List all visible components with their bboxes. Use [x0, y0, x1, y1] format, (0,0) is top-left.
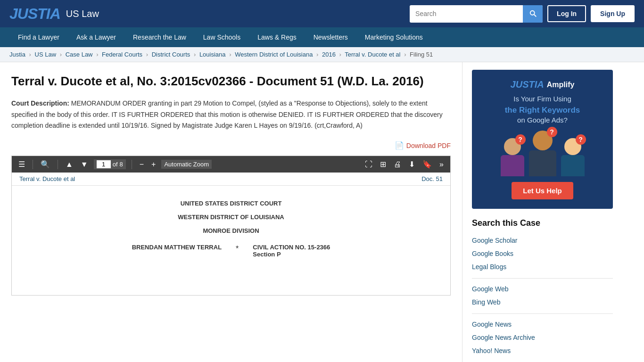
breadcrumb-western-district[interactable]: Western District of Louisiana — [235, 51, 313, 58]
search-google-news-archive[interactable]: Google News Archive — [472, 331, 613, 344]
pdf-court-line2: WESTERN DISTRICT OF LOUISIANA — [40, 214, 422, 221]
ad-banner: JUSTIA Amplify Is Your Firm Using the Ri… — [472, 70, 613, 209]
main-layout: Terral v. Ducote et al, No. 3:2015cv0236… — [0, 62, 644, 362]
breadcrumb: Justia › US Law › Case Law › Federal Cou… — [0, 47, 644, 62]
pdf-doc-content: UNITED STATES DISTRICT COURT WESTERN DIS… — [12, 186, 450, 272]
pdf-doc-num: Doc. 51 — [421, 175, 443, 182]
content-area: Terral v. Ducote et al, No. 3:2015cv0236… — [0, 62, 462, 362]
pdf-case-info: CIVIL ACTION NO. 15-2366 Section P — [253, 244, 330, 258]
pdf-page-input[interactable] — [97, 160, 111, 168]
nav-laws-regs[interactable]: Laws & Regs — [249, 27, 305, 47]
nav-find-lawyer[interactable]: Find a Lawyer — [9, 27, 68, 47]
signup-button[interactable]: Sign Up — [591, 5, 635, 22]
pdf-content: Terral v. Ducote et al Doc. 51 UNITED ST… — [12, 173, 450, 295]
breadcrumb-current: Filing 51 — [410, 51, 433, 58]
nav-newsletters[interactable]: Newsletters — [305, 27, 356, 47]
case-title: Terral v. Ducote et al, No. 3:2015cv0236… — [11, 74, 451, 90]
pdf-bookmark-btn[interactable]: 🔖 — [421, 159, 434, 170]
search-case-group2: Google Web Bing Web — [472, 282, 613, 309]
header: JUSTIA US Law Log In Sign Up — [0, 0, 644, 27]
logo-justia[interactable]: JUSTIA — [9, 5, 60, 23]
search-google-books[interactable]: Google Books — [472, 247, 613, 260]
main-nav: Find a Lawyer Ask a Lawyer Research the … — [0, 27, 644, 47]
header-right: Log In Sign Up — [410, 5, 635, 23]
breadcrumb-year[interactable]: 2016 — [322, 51, 336, 58]
pdf-party-name: BRENDAN MATTHEW TERRAL — [132, 244, 222, 251]
search-bing-web[interactable]: Bing Web — [472, 296, 613, 309]
pdf-court-line3: MONROE DIVISION — [40, 227, 422, 234]
search-case-divider2 — [472, 313, 613, 314]
ad-person3: ? — [561, 138, 585, 176]
pdf-sidebar-btn[interactable]: ☰ — [17, 159, 27, 170]
question-bubble1: ? — [515, 134, 526, 145]
download-pdf-label: Download PDF — [406, 142, 451, 149]
pdf-court-line1: UNITED STATES DISTRICT COURT — [40, 200, 422, 207]
pdf-more-btn[interactable]: » — [438, 159, 446, 170]
search-input[interactable] — [410, 6, 523, 21]
search-google-web[interactable]: Google Web — [472, 282, 613, 296]
ad-highlight-text: the Right Keywords — [479, 106, 605, 115]
breadcrumb-justia[interactable]: Justia — [9, 51, 25, 58]
pdf-case-star: * — [236, 244, 239, 253]
pdf-zoom-select[interactable]: Automatic Zoom — [161, 160, 212, 169]
pdf-fullscreen-btn[interactable]: ⛶ — [363, 159, 374, 170]
pdf-civil-action: CIVIL ACTION NO. 15-2366 — [253, 244, 330, 251]
pdf-page-info: of 8 — [94, 159, 126, 169]
pdf-prev-btn[interactable]: ▲ — [64, 159, 75, 170]
ad-question2: on Google Ads? — [479, 115, 605, 125]
ad-illustration: ? ? ? — [479, 131, 605, 176]
pdf-page-total: 8 — [120, 161, 123, 168]
breadcrumb-caselaw[interactable]: Case Law — [66, 51, 93, 58]
breadcrumb-case[interactable]: Terral v. Ducote et al — [345, 51, 400, 58]
sidebar: JUSTIA Amplify Is Your Firm Using the Ri… — [462, 62, 622, 362]
ad-person1: ? — [501, 138, 524, 176]
nav-marketing-solutions[interactable]: Marketing Solutions — [356, 27, 431, 47]
search-yahoo-news[interactable]: Yahoo! News — [472, 344, 613, 357]
pdf-search-btn[interactable]: 🔍 — [39, 159, 52, 170]
search-legal-blogs[interactable]: Legal Blogs — [472, 260, 613, 273]
pdf-viewer: ☰ 🔍 ▲ ▼ of 8 − + Automatic Zoom ⛶ — [11, 156, 451, 296]
nav-law-schools[interactable]: Law Schools — [195, 27, 249, 47]
ad-amplify-text: Amplify — [547, 81, 575, 89]
breadcrumb-louisiana[interactable]: Louisiana — [199, 51, 226, 58]
ad-justia-text: JUSTIA — [511, 79, 544, 90]
search-case-section: Search this Case Google Scholar Google B… — [472, 218, 613, 357]
court-description: Court Description: MEMORANDUM ORDER gran… — [11, 98, 451, 132]
nav-research-law[interactable]: Research the Law — [124, 27, 195, 47]
search-google-scholar[interactable]: Google Scholar — [472, 234, 613, 247]
download-pdf-area: 📄 Download PDF — [11, 141, 451, 150]
search-button[interactable] — [523, 5, 543, 23]
pdf-spread-btn[interactable]: ⊞ — [378, 159, 388, 170]
pdf-zoom-in-btn[interactable]: + — [149, 159, 157, 170]
logo-area: JUSTIA US Law — [9, 5, 99, 23]
search-box — [410, 5, 543, 23]
search-case-group3: Google News Google News Archive Yahoo! N… — [472, 318, 613, 357]
nav-ask-lawyer[interactable]: Ask a Lawyer — [68, 27, 124, 47]
court-desc-text: MEMORANDUM ORDER granting in part 29 Mot… — [11, 99, 443, 130]
breadcrumb-uslaw[interactable]: US Law — [35, 51, 57, 58]
pdf-page-of: of — [113, 161, 118, 168]
pdf-header-bar: Terral v. Ducote et al Doc. 51 — [12, 173, 450, 186]
pdf-print-btn[interactable]: 🖨 — [392, 159, 403, 170]
pdf-zoom-out-btn[interactable]: − — [138, 159, 146, 170]
download-pdf-link[interactable]: 📄 Download PDF — [395, 141, 451, 150]
pdf-next-btn[interactable]: ▼ — [79, 159, 90, 170]
ad-question1: Is Your Firm Using — [479, 94, 605, 104]
pdf-icon: 📄 — [395, 141, 404, 150]
pdf-case-link[interactable]: Terral v. Ducote et al — [19, 175, 75, 182]
ad-person2: ? — [529, 131, 556, 176]
search-case-title: Search this Case — [472, 218, 613, 228]
breadcrumb-district-courts[interactable]: District Courts — [152, 51, 190, 58]
logo-us-law: US Law — [66, 8, 99, 19]
question-bubble3: ? — [576, 134, 586, 145]
search-google-news[interactable]: Google News — [472, 318, 613, 331]
pdf-case-row: BRENDAN MATTHEW TERRAL * CIVIL ACTION NO… — [40, 244, 422, 258]
pdf-section: Section P — [253, 251, 330, 258]
pdf-download2-btn[interactable]: ⬇ — [407, 159, 417, 170]
ad-cta-button[interactable]: Let Us Help — [512, 182, 573, 199]
breadcrumb-federal-courts[interactable]: Federal Courts — [102, 51, 142, 58]
login-button[interactable]: Log In — [547, 5, 586, 22]
search-case-group1: Google Scholar Google Books Legal Blogs — [472, 234, 613, 273]
pdf-toolbar: ☰ 🔍 ▲ ▼ of 8 − + Automatic Zoom ⛶ — [12, 156, 450, 173]
court-desc-label: Court Description: — [11, 99, 69, 107]
